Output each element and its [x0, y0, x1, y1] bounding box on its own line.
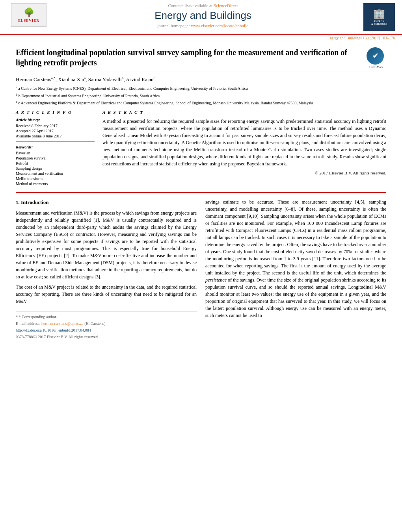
- body-right-column: savings estimate to be accurate. These a…: [205, 198, 386, 340]
- doi-link[interactable]: http://dx.doi.org/10.1016/j.enbuild.2017…: [16, 328, 91, 332]
- building-icon: 🏢: [373, 8, 385, 19]
- logo-text: ENERGY& BUILDINGS: [371, 20, 387, 26]
- article-footer: * * Corresponding author. E-mail address…: [16, 311, 197, 340]
- footnote-corresponding: * * Corresponding author.: [16, 314, 197, 320]
- energy-buildings-logo: 🏢 ENERGY& BUILDINGS: [363, 3, 395, 31]
- keyword-5: Mellin transform: [16, 176, 95, 181]
- meta-strip-text: Energy and Buildings 150 (2017) 163–176: [328, 36, 395, 40]
- journal-homepage: journal homepage: www.elsevier.com/locat…: [58, 23, 348, 28]
- affiliations: a a Centre for New Energy Systems (CNES)…: [16, 85, 386, 106]
- introduction-heading: 1. Introduction: [16, 198, 197, 206]
- doi-line: http://dx.doi.org/10.1016/j.enbuild.2017…: [16, 327, 197, 333]
- footnote-email: E-mail address: herman.carstens@up.ac.za…: [16, 321, 197, 326]
- elsevier-logo: 🌳 ELSEVIER: [7, 3, 50, 27]
- affiliation-c: c c Advanced Engineering Platform & Depa…: [16, 100, 386, 106]
- keyword-0: Bayesian: [16, 151, 95, 155]
- crossmark-icon: ✔: [367, 47, 384, 65]
- keyword-2: Retrofit: [16, 161, 95, 165]
- article-history-label: Article history:: [16, 118, 95, 122]
- elsevier-tree-icon: 🌳: [24, 7, 34, 18]
- divider: [16, 141, 95, 142]
- affiliation-a: a a Centre for New Energy Systems (CNES)…: [16, 85, 386, 91]
- authors-line: Herman Carstensa,*, Xiaohua Xiaa, Sarma …: [16, 76, 386, 83]
- sciencedirect-notice: Contents lists available at ScienceDirec…: [58, 3, 348, 8]
- article-title: Efficient longitudinal population surviv…: [16, 47, 367, 68]
- footer-copyright: 0378-7788/© 2017 Elsevier B.V. All right…: [16, 334, 197, 340]
- crossmark-logo: ✔ CrossMark: [367, 47, 386, 67]
- abstract-title: A B S T R A C T: [102, 110, 386, 115]
- sciencedirect-link[interactable]: ScienceDirect: [214, 3, 238, 8]
- abstract-copyright: © 2017 Elsevier B.V. All rights reserved…: [102, 171, 386, 175]
- keywords-label: Keywords:: [16, 145, 95, 149]
- email-link[interactable]: herman.carstens@up.ac.za: [41, 321, 84, 326]
- right-col-para: savings estimate to be accurate. These a…: [205, 198, 386, 319]
- keyword-3: Sampling design: [16, 166, 95, 171]
- received-date: Received 8 February 2017: [16, 124, 95, 128]
- intro-para-1: Measurement and verification (M&V) is th…: [16, 209, 197, 280]
- keyword-6: Method of moments: [16, 182, 95, 186]
- available-date: Available online 8 June 2017: [16, 134, 95, 138]
- article-info-title: A R T I C L E I N F O: [16, 110, 95, 115]
- journal-title-header: Energy and Buildings: [58, 9, 348, 22]
- homepage-link[interactable]: www.elsevier.com/locate/enbuild: [191, 23, 249, 28]
- affiliation-b: b b Department of Industrial and Systems…: [16, 93, 386, 99]
- article-meta-strip: Energy and Buildings 150 (2017) 163–176: [0, 35, 402, 41]
- elsevier-brand-text: ELSEVIER: [18, 19, 39, 22]
- intro-para-2: The cost of an M&V project is related to…: [16, 284, 197, 305]
- journal-center-header: Contents lists available at ScienceDirec…: [50, 3, 355, 28]
- abstract-text: A method is presented for reducing the r…: [102, 118, 386, 167]
- journal-logo-right: 🏢 ENERGY& BUILDINGS: [355, 3, 395, 31]
- keyword-4: Measurement and verification: [16, 171, 95, 176]
- accepted-date: Accepted 27 April 2017: [16, 129, 95, 133]
- body-divider: [16, 192, 386, 193]
- crossmark-label: CrossMark: [367, 65, 386, 69]
- keyword-1: Population survival: [16, 156, 95, 160]
- journal-header: 🌳 ELSEVIER Contents lists available at S…: [0, 0, 402, 35]
- body-left-column: 1. Introduction Measurement and verifica…: [16, 198, 197, 340]
